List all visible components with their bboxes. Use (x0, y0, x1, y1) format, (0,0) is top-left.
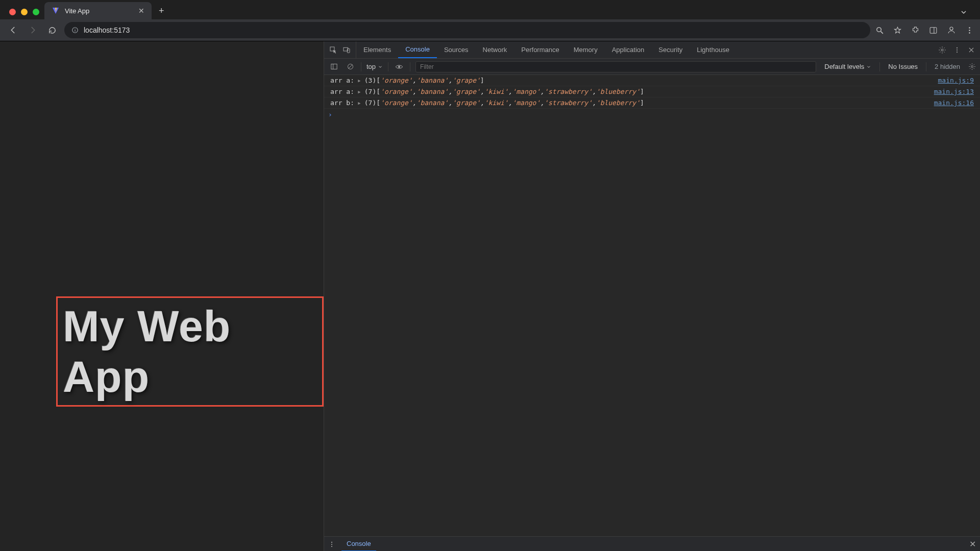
bracket-open: [ (376, 99, 380, 107)
console-filter-input[interactable] (415, 61, 816, 72)
source-link[interactable]: main.js:13 (924, 88, 974, 95)
address-bar[interactable]: localhost:5173 (64, 22, 870, 38)
devtools-kebab-icon[interactable] (953, 46, 961, 54)
live-expression-icon[interactable] (394, 61, 405, 72)
expand-icon[interactable]: ▸ (357, 77, 361, 84)
array-item: 'blueberry' (596, 88, 640, 95)
bracket-open: [ (376, 88, 380, 95)
devtools-tab-application[interactable]: Application (605, 41, 652, 58)
svg-point-19 (957, 52, 958, 53)
execution-context-selector[interactable]: top (366, 63, 383, 70)
log-label: arr a: (330, 77, 354, 84)
console-log-row: arr a: ▸(7) ['orange', 'banana', 'grape'… (324, 86, 980, 97)
console-log-row: arr a: ▸(3) ['orange', 'banana', 'grape'… (324, 75, 980, 86)
back-button[interactable] (6, 23, 20, 37)
separator (879, 62, 880, 71)
devtools-panel: ElementsConsoleSourcesNetworkPerformance… (324, 41, 980, 551)
console-input[interactable] (336, 111, 976, 118)
svg-point-26 (331, 541, 332, 542)
arrow-right-icon (28, 26, 37, 35)
svg-line-6 (881, 31, 883, 33)
drawer-kebab-icon[interactable] (328, 541, 335, 548)
svg-rect-7 (930, 27, 937, 33)
devtools-tab-security[interactable]: Security (651, 41, 690, 58)
clear-console-icon[interactable] (345, 61, 356, 72)
separator (361, 62, 361, 71)
issues-label[interactable]: No Issues (885, 63, 921, 70)
array-item: 'kiwi' (484, 99, 508, 107)
bracket-open: [ (376, 77, 380, 84)
menu-icon[interactable] (965, 26, 974, 35)
browser-tab[interactable]: Vite App ✕ (44, 2, 152, 19)
bracket-close: ] (480, 77, 484, 84)
side-panel-icon[interactable] (929, 26, 938, 35)
devtools-tab-performance[interactable]: Performance (514, 41, 566, 58)
console-prompt[interactable]: › (324, 109, 980, 120)
svg-line-23 (348, 65, 352, 69)
new-tab-button[interactable]: + (152, 6, 172, 19)
reload-button[interactable] (45, 23, 59, 37)
source-link[interactable]: main.js:9 (928, 77, 974, 84)
devtools-tab-elements[interactable]: Elements (356, 41, 398, 58)
devtools-close-icon[interactable] (968, 46, 975, 54)
devtools-tab-sources[interactable]: Sources (437, 41, 476, 58)
zoom-icon[interactable] (875, 26, 884, 35)
window-maximize-button[interactable] (33, 9, 39, 15)
site-info-icon[interactable] (71, 27, 79, 34)
log-levels-selector[interactable]: Default levels (821, 63, 874, 70)
svg-point-18 (957, 49, 958, 50)
main-split: My Web App ElementsConsoleSourcesNetwork… (0, 41, 980, 551)
svg-rect-4 (75, 30, 75, 32)
chevron-down-icon (866, 64, 871, 69)
svg-rect-20 (331, 64, 336, 69)
toggle-sidebar-icon[interactable] (328, 61, 339, 72)
comma: , (412, 77, 416, 84)
array-item: 'strawberry' (544, 99, 592, 107)
array-item: 'banana' (416, 77, 449, 84)
profile-icon[interactable] (947, 26, 956, 35)
device-toolbar-icon[interactable] (342, 46, 351, 54)
tab-close-button[interactable]: ✕ (138, 7, 144, 15)
prompt-caret-icon: › (328, 111, 332, 118)
log-label: arr a: (330, 88, 354, 95)
tab-strip: Vite App ✕ + (0, 0, 980, 19)
array-item: 'orange' (380, 77, 412, 84)
extensions-icon[interactable] (911, 26, 920, 35)
devtools-tab-lighthouse[interactable]: Lighthouse (690, 41, 737, 58)
svg-point-5 (877, 27, 881, 32)
array-item: 'banana' (416, 88, 449, 95)
array-item: 'strawberry' (544, 88, 592, 95)
inspect-element-icon[interactable] (329, 46, 337, 54)
console-log-row: arr b: ▸(7) ['orange', 'banana', 'grape'… (324, 97, 980, 109)
bracket-close: ] (640, 99, 644, 107)
tab-search-button[interactable] (952, 8, 975, 19)
window-minimize-button[interactable] (21, 9, 28, 15)
array-item: 'blueberry' (596, 99, 640, 107)
comma: , (508, 88, 512, 95)
drawer-close-icon[interactable]: ✕ (969, 539, 976, 549)
console-body: arr a: ▸(3) ['orange', 'banana', 'grape'… (324, 75, 980, 536)
toolbar-right-icons (875, 26, 974, 35)
page-heading: My Web App (56, 296, 324, 407)
comma: , (508, 99, 512, 107)
comma: , (540, 88, 544, 95)
context-label: top (366, 63, 376, 70)
comma: , (412, 99, 416, 107)
devtools-tab-console[interactable]: Console (398, 41, 437, 58)
devtools-tab-network[interactable]: Network (476, 41, 514, 58)
separator (410, 62, 410, 71)
window-close-button[interactable] (9, 9, 16, 15)
bookmark-icon[interactable] (893, 26, 902, 35)
source-link[interactable]: main.js:16 (924, 99, 974, 107)
array-item: 'grape' (452, 88, 480, 95)
console-settings-icon[interactable] (968, 63, 976, 70)
forward-button[interactable] (26, 23, 40, 37)
expand-icon[interactable]: ▸ (357, 88, 361, 95)
vite-favicon-icon (52, 7, 60, 15)
expand-icon[interactable]: ▸ (357, 99, 361, 107)
array-item: 'mango' (512, 99, 540, 107)
drawer-tab-console[interactable]: Console (341, 537, 376, 551)
comma: , (592, 88, 596, 95)
devtools-tab-memory[interactable]: Memory (567, 41, 605, 58)
devtools-settings-icon[interactable] (938, 46, 946, 54)
